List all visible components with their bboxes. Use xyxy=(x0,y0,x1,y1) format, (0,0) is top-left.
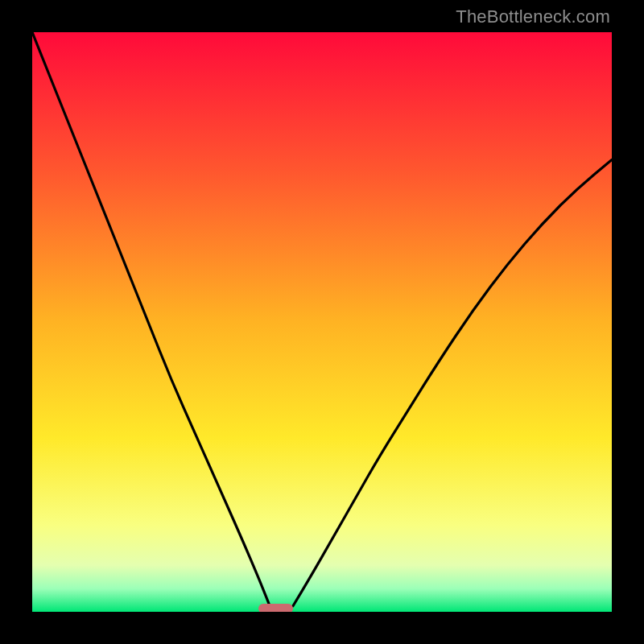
plot-area xyxy=(32,32,612,612)
bottleneck-curves xyxy=(32,32,612,612)
chart-frame: TheBottleneck.com xyxy=(0,0,644,644)
left-curve-path xyxy=(32,32,270,606)
watermark-text: TheBottleneck.com xyxy=(456,6,610,27)
right-curve-path xyxy=(293,159,612,605)
optimum-marker xyxy=(258,604,293,612)
